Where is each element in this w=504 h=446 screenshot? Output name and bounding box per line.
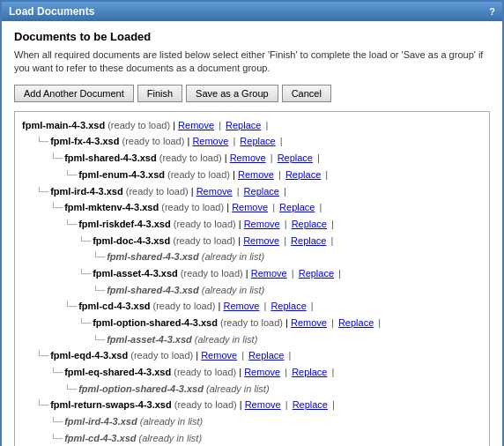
doc-action-replace[interactable]: Replace: [299, 265, 334, 282]
doc-action-remove[interactable]: Remove: [230, 150, 266, 167]
doc-action-remove[interactable]: Remove: [178, 117, 214, 134]
pipe-separator: |: [236, 216, 244, 233]
tree-line: └─: [36, 398, 48, 413]
list-item: └─fpml-option-shared-4-3.xsd (already in…: [64, 381, 482, 398]
save-as-group-button[interactable]: Save as a Group: [186, 85, 278, 102]
pipe-separator: |: [193, 347, 201, 364]
doc-action-replace[interactable]: Replace: [248, 347, 284, 364]
list-item: └─fpml-mktenv-4-3.xsd (ready to load) | …: [50, 199, 482, 216]
action-separator: |: [308, 298, 316, 315]
action-separator: |: [281, 183, 289, 200]
list-item: └─fpml-return-swaps-4-3.xsd (ready to lo…: [36, 397, 482, 413]
action-separator: |: [270, 199, 278, 216]
doc-action-remove[interactable]: Remove: [201, 347, 237, 364]
pipe-separator: |: [189, 183, 196, 200]
doc-action-replace[interactable]: Replace: [278, 150, 313, 167]
action-separator: |: [289, 265, 297, 282]
list-item: └─fpml-eqd-4-3.xsd (ready to load) | Rem…: [36, 347, 482, 364]
doc-name: fpml-riskdef-4-3.xsd: [78, 216, 171, 233]
list-item: └─fpml-asset-4-3.xsd (already in list): [93, 331, 482, 348]
doc-name: fpml-ird-4-3.xsd: [64, 413, 137, 430]
doc-name: fpml-shared-4-3.xsd: [107, 282, 199, 299]
doc-action-replace[interactable]: Replace: [291, 233, 326, 249]
tree-line: └─: [64, 382, 77, 397]
documents-list: fpml-main-4-3.xsd (ready to load) | Remo…: [14, 111, 490, 446]
tree-line: └─: [50, 151, 63, 166]
doc-name: fpml-option-shared-4-3.xsd: [93, 315, 218, 331]
tree-line: └─: [50, 414, 63, 429]
doc-action-remove[interactable]: Remove: [238, 167, 274, 183]
doc-status: (already in list): [192, 331, 258, 348]
pipe-separator: |: [243, 265, 251, 282]
cancel-button[interactable]: Cancel: [282, 85, 331, 102]
tree-line: └─: [36, 184, 48, 199]
doc-action-remove[interactable]: Remove: [251, 265, 287, 282]
doc-action-remove[interactable]: Remove: [223, 298, 259, 315]
doc-action-replace[interactable]: Replace: [293, 397, 328, 413]
list-item: └─fpml-option-shared-4-3.xsd (ready to l…: [78, 315, 482, 331]
doc-status: (already in list): [199, 249, 265, 265]
load-documents-dialog: Load Documents ? Documents to be Loaded …: [0, 0, 504, 446]
pipe-separator: |: [184, 133, 192, 150]
finish-button[interactable]: Finish: [137, 85, 182, 102]
action-separator: |: [375, 315, 383, 331]
action-separator: |: [263, 117, 271, 134]
doc-action-replace[interactable]: Replace: [285, 167, 321, 183]
doc-action-replace[interactable]: Replace: [292, 364, 327, 381]
doc-action-remove[interactable]: Remove: [192, 133, 228, 150]
doc-status: (ready to load): [157, 150, 222, 167]
action-separator: |: [315, 150, 322, 167]
dialog-title: Load Documents: [9, 5, 94, 18]
doc-action-replace[interactable]: Replace: [226, 117, 261, 134]
action-separator: |: [329, 216, 337, 233]
doc-status: (ready to load): [128, 347, 193, 364]
doc-name: fpml-fx-4-3.xsd: [50, 133, 119, 150]
doc-status: (ready to load): [178, 265, 243, 282]
action-separator: |: [282, 216, 290, 233]
add-another-document-button[interactable]: Add Another Document: [14, 85, 134, 102]
doc-action-remove[interactable]: Remove: [244, 364, 280, 381]
doc-action-replace[interactable]: Replace: [240, 133, 275, 150]
list-item: └─fpml-cd-4-3.xsd (ready to load) | Remo…: [64, 298, 482, 315]
tree-line: └─: [93, 332, 105, 347]
action-separator: |: [278, 133, 285, 150]
pipe-separator: |: [236, 364, 244, 381]
doc-action-remove[interactable]: Remove: [245, 397, 281, 413]
list-item: └─fpml-riskdef-4-3.xsd (ready to load) |…: [64, 216, 482, 233]
doc-action-remove[interactable]: Remove: [232, 199, 268, 216]
tree-line: └─: [64, 167, 77, 182]
doc-action-remove[interactable]: Remove: [243, 233, 279, 249]
doc-action-replace[interactable]: Replace: [338, 315, 374, 331]
doc-name: fpml-enum-4-3.xsd: [78, 167, 165, 183]
doc-name: fpml-return-swaps-4-3.xsd: [50, 397, 172, 413]
doc-name: fpml-shared-4-3.xsd: [64, 150, 157, 167]
doc-name: fpml-cd-4-3.xsd: [78, 298, 150, 315]
action-separator: |: [239, 347, 247, 364]
doc-action-remove[interactable]: Remove: [244, 216, 280, 233]
tree-line: └─: [93, 283, 105, 298]
tree-line: └─: [36, 348, 48, 363]
action-separator: |: [336, 265, 344, 282]
doc-status: (ready to load): [119, 133, 184, 150]
doc-status: (ready to load): [171, 216, 236, 233]
doc-name: fpml-eqd-4-3.xsd: [50, 347, 128, 364]
doc-name: fpml-asset-4-3.xsd: [107, 331, 192, 348]
list-item: └─fpml-shared-4-3.xsd (already in list): [93, 282, 482, 299]
doc-name: fpml-shared-4-3.xsd: [107, 249, 199, 265]
help-button[interactable]: ?: [489, 6, 495, 17]
doc-action-replace[interactable]: Replace: [271, 298, 306, 315]
doc-action-remove[interactable]: Remove: [196, 183, 233, 200]
action-separator: |: [230, 133, 238, 150]
action-separator: |: [329, 315, 337, 331]
list-item: fpml-main-4-3.xsd (ready to load) | Remo…: [22, 117, 482, 134]
dialog-titlebar: Load Documents ?: [2, 2, 502, 21]
doc-status: (ready to load): [105, 117, 170, 134]
tree-line: └─: [78, 234, 91, 249]
doc-action-replace[interactable]: Replace: [244, 183, 279, 200]
pipe-separator: |: [222, 150, 230, 167]
doc-action-remove[interactable]: Remove: [291, 315, 327, 331]
tree-line: └─: [50, 365, 63, 380]
doc-name: fpml-main-4-3.xsd: [22, 117, 105, 134]
doc-action-replace[interactable]: Replace: [279, 199, 315, 216]
doc-action-replace[interactable]: Replace: [292, 216, 327, 233]
